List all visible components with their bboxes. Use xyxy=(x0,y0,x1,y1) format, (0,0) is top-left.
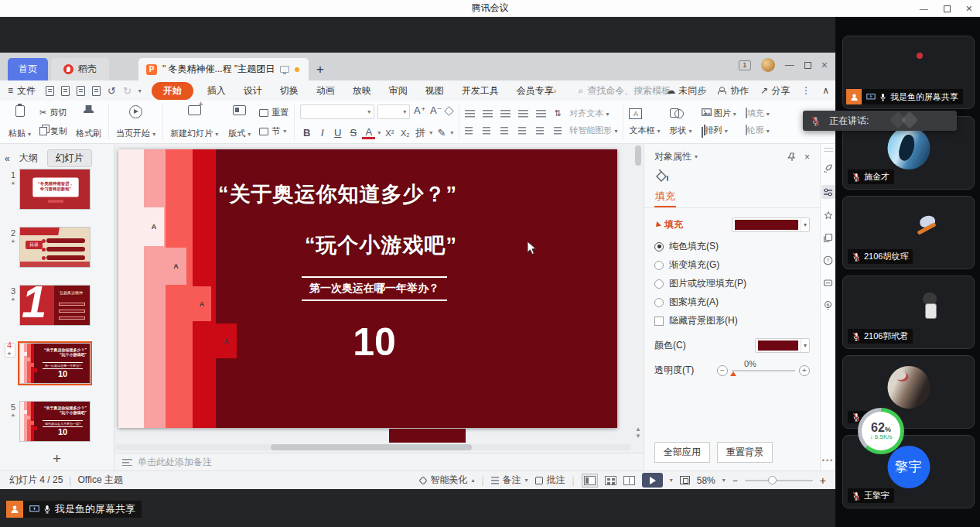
slide-countdown-number[interactable]: 10 xyxy=(302,320,447,364)
command-search[interactable]: ⌕ 查找命令、搜索模板 xyxy=(579,84,671,98)
more-menu-icon[interactable]: ⋮ xyxy=(801,85,811,96)
shrink-font-button[interactable]: A⁻ xyxy=(429,104,442,119)
undo-icon[interactable]: ↺ xyxy=(108,85,116,97)
picture-button[interactable]: 图片 ▾ xyxy=(702,108,736,119)
outline-button[interactable]: 轮廓 ▾ xyxy=(746,125,770,136)
numbered-list-icon[interactable] xyxy=(483,110,493,118)
reading-view-button[interactable] xyxy=(623,476,635,485)
offslide-shape[interactable] xyxy=(389,429,466,443)
spacing-icon[interactable] xyxy=(554,127,562,135)
reset-button[interactable]: 重置 xyxy=(259,104,289,121)
wps-maximize-icon[interactable] xyxy=(804,62,811,69)
bold-button[interactable]: B xyxy=(300,127,313,139)
zoom-out-button[interactable]: − xyxy=(732,475,738,486)
underline-button[interactable]: U xyxy=(331,127,344,139)
windows-icon[interactable] xyxy=(822,232,834,244)
docs-count-badge[interactable]: 1 xyxy=(739,60,751,70)
wps-minimize-icon[interactable]: — xyxy=(785,60,794,70)
export-icon[interactable] xyxy=(61,86,70,96)
participant-tile[interactable]: 2106胡纹珲 xyxy=(842,196,975,269)
panel-drag-handle[interactable] xyxy=(824,148,833,152)
slide-sorter-button[interactable] xyxy=(605,476,616,485)
strip-more-icon[interactable]: ••• xyxy=(822,457,834,464)
normal-view-button[interactable] xyxy=(582,474,598,488)
strikethrough-button[interactable]: S xyxy=(347,127,360,139)
option-solid-fill[interactable]: 纯色填充(S) xyxy=(654,240,810,253)
transparency-slider[interactable]: − 0% + xyxy=(717,365,810,376)
phonetic-button[interactable]: 拼 xyxy=(414,126,427,140)
distribute-icon[interactable] xyxy=(536,127,544,135)
participant-tile-sharer[interactable]: 我是鱼的屏幕共享 xyxy=(842,36,975,109)
grow-font-button[interactable]: A⁺ xyxy=(413,104,426,119)
help-icon[interactable]: ? xyxy=(822,255,834,266)
rocket-icon[interactable] xyxy=(822,163,834,174)
text-direction-icon[interactable] xyxy=(536,110,546,118)
participant-tile[interactable]: 擎宇 王擎宇 xyxy=(842,435,975,508)
file-menu[interactable]: ≡ 文件 xyxy=(8,84,36,98)
comments-button[interactable]: 批注 xyxy=(535,474,565,487)
align-text-button[interactable]: 对齐文本 ▾ xyxy=(569,108,617,119)
slide-question[interactable]: 第一次奥运在哪一年举办？ xyxy=(302,276,447,301)
menu-tab-devtools[interactable]: 开发工具 xyxy=(458,83,503,99)
increase-indent-icon[interactable] xyxy=(518,110,528,118)
minimize-icon[interactable]: — xyxy=(920,4,928,13)
effects-star-icon[interactable] xyxy=(822,210,834,221)
save-icon[interactable] xyxy=(46,86,54,96)
section-collapse-icon[interactable] xyxy=(654,221,661,229)
option-pattern-fill[interactable]: 图案填充(A) xyxy=(654,296,810,309)
align-right-icon[interactable] xyxy=(500,127,508,135)
to-smartart-button[interactable]: 转智能图形 ▾ xyxy=(569,125,617,136)
new-slide-button[interactable]: 新建幻灯片 ▾ xyxy=(169,104,220,140)
align-left-icon[interactable] xyxy=(465,127,473,135)
menu-tab-review[interactable]: 审阅 xyxy=(385,83,411,99)
notes-toggle-button[interactable]: 备注 ▾ xyxy=(491,474,528,487)
add-slide-button[interactable]: + xyxy=(0,450,114,467)
slideshow-play-button[interactable] xyxy=(642,473,663,488)
fill-button[interactable]: 填充 ▾ xyxy=(746,108,770,119)
zoom-slider[interactable] xyxy=(745,480,813,481)
reset-background-button[interactable]: 重置背景 xyxy=(717,442,773,463)
fit-slide-icon[interactable] xyxy=(680,476,690,484)
undo-caret-icon[interactable]: ▾ xyxy=(138,87,142,94)
slide-title-line-2[interactable]: “玩个小游戏吧” xyxy=(305,231,457,259)
wps-close-icon[interactable]: × xyxy=(821,59,828,71)
menu-tab-design[interactable]: 设计 xyxy=(240,83,266,99)
participant-tile[interactable]: 2106郭玳君 xyxy=(842,275,975,349)
print-icon[interactable] xyxy=(77,86,85,96)
tab-home[interactable]: 首页 xyxy=(8,58,48,80)
cut-button[interactable]: ✂ 剪切 xyxy=(39,104,67,121)
menu-tab-slideshow[interactable]: 放映 xyxy=(349,83,375,99)
collaborate-button[interactable]: 协作 xyxy=(718,84,749,98)
current-slide[interactable]: A A A A “关于奥运你知道多少？” “玩个小游戏吧” 第一次奥运在哪一年举… xyxy=(118,149,617,428)
italic-button[interactable]: I xyxy=(316,127,329,139)
arrange-button[interactable]: 排列 ▾ xyxy=(702,125,736,136)
color-dropdown[interactable]: ▾ xyxy=(755,338,810,353)
object-properties-icon[interactable] xyxy=(821,185,835,199)
slider-plus-button[interactable]: + xyxy=(799,365,810,376)
new-tab-button[interactable]: + xyxy=(309,58,332,80)
slider-minus-button[interactable]: − xyxy=(717,365,728,376)
tab-outline[interactable]: 大纲 xyxy=(19,152,38,165)
menu-tab-transition[interactable]: 切换 xyxy=(276,83,302,99)
layout-button[interactable]: 版式 ▾ xyxy=(227,104,252,140)
format-painter-button[interactable]: 格式刷 xyxy=(74,104,103,140)
collapse-ribbon-icon[interactable]: ∧ xyxy=(822,85,829,96)
maximize-icon[interactable] xyxy=(944,5,951,12)
assistant-icon[interactable] xyxy=(822,277,834,289)
sync-status[interactable]: ☁ 未同步 xyxy=(666,84,706,98)
close-icon[interactable]: × xyxy=(966,2,972,15)
clear-format-icon[interactable] xyxy=(444,106,454,116)
option-picture-fill[interactable]: 图片或纹理填充(P) xyxy=(654,277,810,290)
canvas-hscrollbar[interactable] xyxy=(116,444,631,450)
option-hide-background[interactable]: 隐藏背景图形(H) xyxy=(654,314,810,327)
tab-slides[interactable]: 幻灯片 xyxy=(47,149,92,167)
slide-thumbnail-1[interactable]: “冬奥精神催奋进，学习雷锋启新程” xyxy=(19,169,90,210)
decrease-indent-icon[interactable] xyxy=(500,110,510,118)
font-size-select[interactable]: ▾ xyxy=(377,104,410,119)
collapse-panel-icon[interactable]: « xyxy=(5,153,10,164)
slide-title-line-1[interactable]: “关于奥运你知道多少？” xyxy=(218,180,457,208)
slide-thumbnail-4[interactable]: “关于奥运你知道多少？”“玩个小游戏吧” 第一次奥运在哪一年举办? 10 xyxy=(19,343,90,384)
inspiration-icon[interactable] xyxy=(822,299,834,311)
font-family-select[interactable]: ▾ xyxy=(300,104,374,119)
menu-tab-member[interactable]: 会员专享› xyxy=(513,83,561,99)
